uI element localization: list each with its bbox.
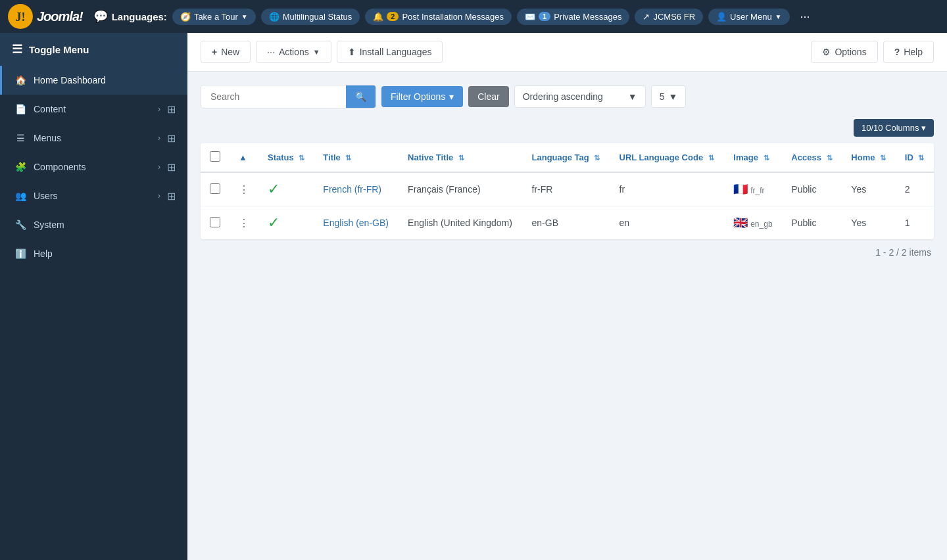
row-title-cell: French (fr-FR) xyxy=(314,172,399,206)
sidebar-item-help[interactable]: ℹ️ Help xyxy=(0,239,187,268)
messages-badge: 1 xyxy=(539,12,550,21)
row-checkbox-cell xyxy=(201,206,230,240)
sidebar-item-system[interactable]: 🔧 System xyxy=(0,210,187,239)
actions-chevron-icon: ▼ xyxy=(313,48,320,56)
search-input[interactable] xyxy=(201,86,346,107)
plus-icon: + xyxy=(212,47,217,57)
messages-label: Private Messages xyxy=(554,12,621,22)
sidebar-system-label: System xyxy=(34,220,176,230)
row-url-code-cell: en xyxy=(610,206,725,240)
status-icon[interactable]: ✓ xyxy=(268,214,279,231)
sidebar-item-users[interactable]: 👥 Users › ⊞ xyxy=(0,181,187,210)
content-chevron-icon: › xyxy=(158,105,160,114)
header-image[interactable]: Image ⇅ xyxy=(724,143,782,172)
header-title[interactable]: Title ⇅ xyxy=(314,143,399,172)
table-header: ▲ Status ⇅ Title ⇅ Native Title ⇅ xyxy=(201,143,934,172)
new-button[interactable]: + New xyxy=(201,41,251,63)
filter-options-label: Filter Options xyxy=(391,91,445,102)
toolbar: + New ··· Actions ▼ ⬆ Install Languages … xyxy=(187,33,947,72)
topbar: J! Joomla! 💬 Languages: 🧭 Take a Tour ▼ … xyxy=(0,0,947,33)
multilingual-label: Multilingual Status xyxy=(283,12,352,22)
topbar-more-button[interactable]: ··· xyxy=(795,7,815,26)
install-languages-button[interactable]: ⬆ Install Languages xyxy=(337,41,443,63)
tour-label: Take a Tour xyxy=(194,12,238,22)
languages-table: ▲ Status ⇅ Title ⇅ Native Title ⇅ xyxy=(201,143,934,239)
home-sort-icon: ⇅ xyxy=(880,154,886,162)
new-label: New xyxy=(221,47,239,57)
columns-label: 10/10 Columns ▾ xyxy=(862,123,926,133)
help-button[interactable]: ? Help xyxy=(883,41,934,63)
row-reorder-icon[interactable]: ⋮ xyxy=(239,218,249,229)
sidebar-item-menus[interactable]: ☰ Menus › ⊞ xyxy=(0,124,187,152)
language-tag-col-label: Language Tag xyxy=(532,152,589,162)
toggle-menu-item[interactable]: ☰ Toggle Menu xyxy=(0,33,187,66)
title-col-label: Title xyxy=(323,152,341,162)
row-id-cell: 1 xyxy=(896,206,934,240)
row-checkbox[interactable] xyxy=(210,217,220,227)
home-icon: 🏠 xyxy=(14,74,27,87)
logo[interactable]: J! Joomla! xyxy=(8,4,83,29)
tour-chevron-icon: ▼ xyxy=(241,13,248,20)
sidebar-users-label: Users xyxy=(34,191,151,201)
select-all-checkbox[interactable] xyxy=(210,151,220,162)
sidebar-item-components[interactable]: 🧩 Components › ⊞ xyxy=(0,152,187,181)
header-id[interactable]: ID ⇅ xyxy=(896,143,934,172)
row-image-cell: 🇬🇧 en_gb xyxy=(724,206,782,240)
sidebar-item-content[interactable]: 📄 Content › ⊞ xyxy=(0,95,187,124)
url-code-sort-icon: ⇅ xyxy=(708,154,714,162)
messages-button[interactable]: ✉️ 1 Private Messages xyxy=(517,9,629,25)
export-icon: ↗ xyxy=(643,12,650,22)
users-icon: 👥 xyxy=(14,189,27,202)
status-icon[interactable]: ✓ xyxy=(268,181,279,197)
status-col-label: Status xyxy=(268,152,294,162)
row-reorder-icon[interactable]: ⋮ xyxy=(239,184,249,195)
header-home[interactable]: Home ⇅ xyxy=(842,143,895,172)
image-code: fr_fr xyxy=(750,186,764,195)
row-home-cell: Yes xyxy=(842,172,895,206)
joomla-version-label: JCMS6 FR xyxy=(653,12,695,22)
per-page-value: 5 xyxy=(660,91,665,102)
filter-options-button[interactable]: Filter Options ▾ xyxy=(381,86,463,107)
actions-dots-icon: ··· xyxy=(267,47,275,57)
row-native-title-cell: Français (France) xyxy=(399,172,522,206)
columns-button[interactable]: 10/10 Columns ▾ xyxy=(854,119,934,137)
options-button[interactable]: ⚙ Options xyxy=(811,41,877,63)
row-url-code-cell: fr xyxy=(610,172,725,206)
sidebar-content-label: Content xyxy=(34,104,151,114)
content-icon: 📄 xyxy=(14,103,27,116)
header-status[interactable]: Status ⇅ xyxy=(258,143,314,172)
bell-icon: 🔔 xyxy=(373,12,383,22)
search-button[interactable]: 🔍 xyxy=(346,85,376,108)
ordering-chevron-icon: ▼ xyxy=(628,91,637,102)
gear-icon: ⚙ xyxy=(822,47,831,57)
user-menu-button[interactable]: 👤 User Menu ▼ xyxy=(708,9,789,25)
header-language-tag[interactable]: Language Tag ⇅ xyxy=(523,143,610,172)
pagination-info: 1 - 2 / 2 items xyxy=(201,239,934,266)
actions-button[interactable]: ··· Actions ▼ xyxy=(256,41,331,63)
sidebar-components-label: Components xyxy=(34,162,151,172)
row-checkbox[interactable] xyxy=(210,183,220,194)
row-status-cell: ✓ xyxy=(258,172,314,206)
header-url-code[interactable]: URL Language Code ⇅ xyxy=(610,143,725,172)
header-access[interactable]: Access ⇅ xyxy=(782,143,842,172)
user-chevron-icon: ▼ xyxy=(775,13,782,20)
notifications-button[interactable]: 🔔 2 Post Installation Messages xyxy=(365,9,512,25)
sidebar: ☰ Toggle Menu 🏠 Home Dashboard 📄 Content… xyxy=(0,33,187,560)
header-native-title[interactable]: Native Title ⇅ xyxy=(399,143,522,172)
row-home-cell: Yes xyxy=(842,206,895,240)
system-icon: 🔧 xyxy=(14,218,27,231)
clear-button[interactable]: Clear xyxy=(468,86,508,107)
joomla-version-button[interactable]: ↗ JCMS6 FR xyxy=(635,9,703,25)
take-tour-button[interactable]: 🧭 Take a Tour ▼ xyxy=(172,9,256,25)
row-title-link[interactable]: English (en-GB) xyxy=(323,218,389,228)
row-title-link[interactable]: French (fr-FR) xyxy=(323,184,381,195)
ordering-select[interactable]: Ordering ascending ▼ xyxy=(514,85,646,108)
multilingual-status-button[interactable]: 🌐 Multilingual Status xyxy=(261,9,360,25)
content-grid-icon: ⊞ xyxy=(167,103,176,116)
main-layout: ☰ Toggle Menu 🏠 Home Dashboard 📄 Content… xyxy=(0,33,947,560)
columns-bar: 10/10 Columns ▾ xyxy=(201,119,934,137)
per-page-select[interactable]: 5 ▼ xyxy=(651,85,687,108)
menus-grid-icon: ⊞ xyxy=(167,132,176,145)
sidebar-item-home[interactable]: 🏠 Home Dashboard xyxy=(0,66,187,95)
svg-text:J!: J! xyxy=(16,11,26,24)
